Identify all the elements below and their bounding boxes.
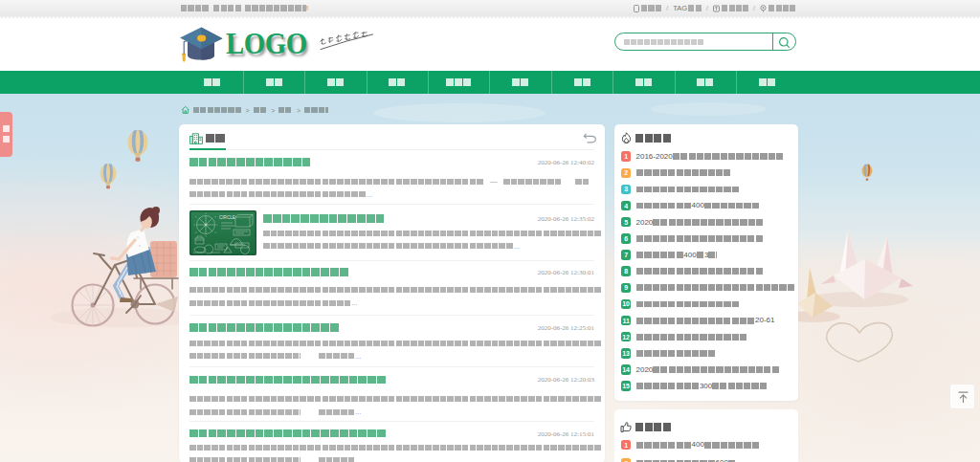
svg-text:CIRCLE: CIRCLE xyxy=(219,215,235,220)
